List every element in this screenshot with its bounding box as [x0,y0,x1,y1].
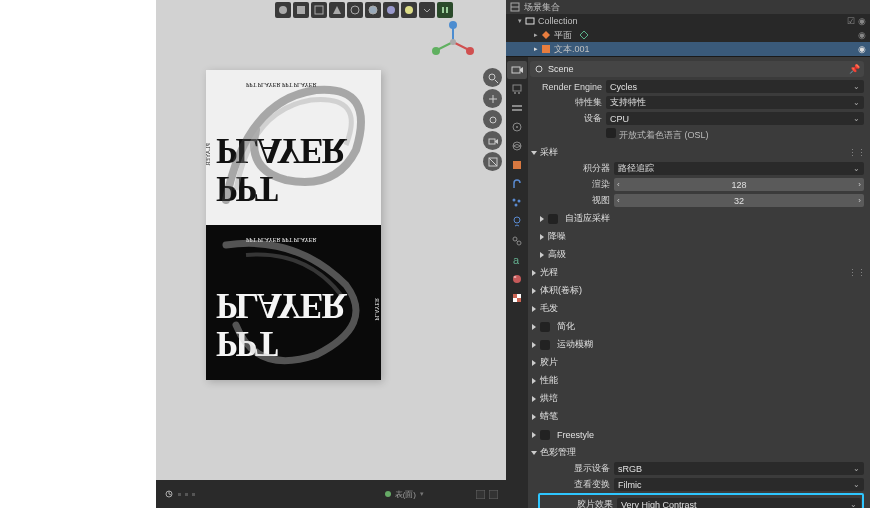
section-light[interactable]: 光程⋮⋮ [530,265,864,280]
hair-title: 毛发 [540,302,558,315]
view-transform-dropdown[interactable]: Filmic [614,478,864,491]
outliner-row-collection[interactable]: ▾ Collection ☑◉ [506,14,870,28]
svg-point-29 [518,92,520,94]
section-film[interactable]: 胶片 [530,355,864,370]
tab-viewlayer[interactable] [507,99,527,117]
svg-rect-31 [512,109,522,111]
render-samples-value: 128 [731,180,746,190]
render-engine-dropdown[interactable]: Cycles [606,80,864,93]
freestyle-checkbox[interactable] [540,430,550,440]
eye-icon[interactable]: ◉ [858,16,866,26]
zoom-icon[interactable] [483,68,502,87]
motion-checkbox[interactable] [540,340,550,350]
panel-menu-icon[interactable]: ⋮⋮ [850,148,864,158]
svg-rect-1 [297,6,305,14]
nav-gizmo[interactable] [431,20,476,65]
section-advanced[interactable]: 高级 [538,247,864,262]
outliner[interactable]: 场景集合 ▾ Collection ☑◉ ▸ 平面 ◉ ▸ 文本.001 ◉ [506,0,870,57]
mode-btn-3[interactable] [311,2,327,18]
shading-dropdown[interactable] [419,2,435,18]
tab-output[interactable] [507,80,527,98]
shading-render[interactable] [401,2,417,18]
persp-icon[interactable] [483,152,502,171]
look-dropdown[interactable]: Very High Contrast [617,498,861,508]
section-perf[interactable]: 性能 [530,373,864,388]
panel-menu-icon[interactable]: ⋮⋮ [850,268,864,278]
mode-btn-4[interactable] [329,2,345,18]
camera-icon[interactable] [483,131,502,150]
timeline-btn-2[interactable] [489,490,498,499]
outliner-row-mesh[interactable]: ▸ 平面 ◉ [506,28,870,42]
svg-point-14 [466,47,474,55]
svg-point-12 [432,47,440,55]
tab-modifier[interactable] [507,175,527,193]
tab-particles[interactable] [507,194,527,212]
label-render-samples: 渲染 [538,178,610,191]
svg-point-5 [387,6,395,14]
mesh-data-icon [579,30,589,40]
osl-checkbox[interactable] [606,128,616,138]
tab-world[interactable] [507,137,527,155]
tab-constraints[interactable] [507,232,527,250]
section-denoise[interactable]: 降噪 [538,229,864,244]
svg-rect-26 [512,67,520,73]
timeline-label: 表(面)▾ [385,489,424,500]
section-color[interactable]: 色彩管理 [530,445,864,460]
motion-title: 运动模糊 [557,338,593,351]
timeline-btn-1[interactable] [476,490,485,499]
tab-object[interactable] [507,156,527,174]
integrator-value: 路径追踪 [618,162,654,175]
svg-line-17 [495,80,498,83]
section-bake[interactable]: 烘培 [530,391,864,406]
svg-rect-7 [442,7,444,13]
scene-header: Scene 📌 [530,61,864,77]
tab-data[interactable]: a [507,251,527,269]
section-freestyle[interactable]: Freestyle [530,427,864,442]
mode-btn-2[interactable] [293,2,309,18]
tab-texture[interactable] [507,289,527,307]
section-sampling[interactable]: 采样⋮⋮ [530,145,864,160]
shading-matprev[interactable] [383,2,399,18]
outliner-row-text[interactable]: ▸ 文本.001 ◉ [506,42,870,56]
mode-btn-1[interactable] [275,2,291,18]
tab-physics[interactable] [507,213,527,231]
feature-dropdown[interactable]: 支持特性 [606,96,864,109]
viewport-3d[interactable]: PLAYER PPT PPT PLAYER PPT PLAYER PLAYER … [156,0,506,480]
eye-icon[interactable]: ◉ [858,30,866,40]
svg-point-38 [515,204,518,207]
feature-value: 支持特性 [610,96,646,109]
timeline-editor-icon[interactable] [164,489,174,499]
section-simplify[interactable]: 简化 [530,319,864,334]
section-grease[interactable]: 蜡笔 [530,409,864,424]
svg-rect-47 [517,294,521,298]
simplify-checkbox[interactable] [540,322,550,332]
right-panel: 场景集合 ▾ Collection ☑◉ ▸ 平面 ◉ ▸ 文本.001 ◉ [506,0,870,508]
svg-point-0 [279,6,287,14]
adaptive-checkbox[interactable] [548,214,558,224]
eye-icon[interactable]: ◉ [858,44,866,54]
integrator-dropdown[interactable]: 路径追踪 [614,162,864,175]
rotate-icon[interactable] [483,110,502,129]
shading-solid[interactable] [365,2,381,18]
outliner-label: Collection [538,16,578,26]
tab-render[interactable] [507,61,527,79]
device-dropdown[interactable]: CPU [606,112,864,125]
section-volume[interactable]: 体积(卷标) [530,283,864,298]
display-device-dropdown[interactable]: sRGB [614,462,864,475]
tab-scene[interactable] [507,118,527,136]
viewport-samples-field[interactable]: 32 [614,194,864,207]
section-hair[interactable]: 毛发 [530,301,864,316]
pin-icon[interactable]: 📌 [849,64,860,74]
play-btn[interactable] [437,2,453,18]
move-icon[interactable] [483,89,502,108]
timeline-strip[interactable]: 表(面)▾ [156,480,506,508]
properties-body[interactable]: Scene 📌 Render EngineCycles 特性集支持特性 设备CP… [528,57,870,508]
shading-wire[interactable] [347,2,363,18]
section-motion[interactable]: 运动模糊 [530,337,864,352]
render-samples-field[interactable]: 128 [614,178,864,191]
tab-material[interactable] [507,270,527,288]
section-adaptive[interactable]: 自适应采样 [538,211,864,226]
timeline-text: 表(面) [395,489,416,500]
svg-rect-49 [517,298,521,302]
exclude-icon[interactable]: ☑ [847,16,855,26]
